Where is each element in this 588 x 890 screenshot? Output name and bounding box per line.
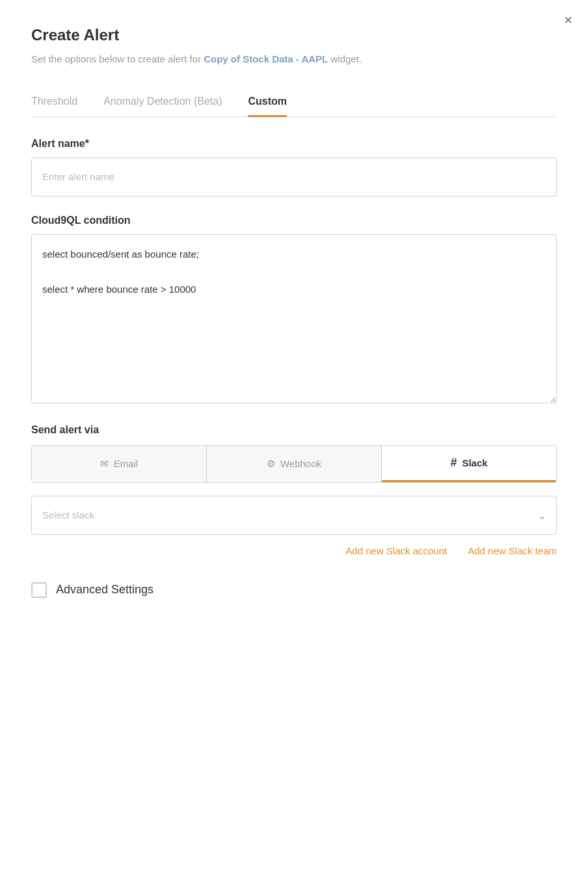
modal-title: Create Alert [31,26,557,44]
modal-subtitle: Set the options below to create alert fo… [31,52,557,67]
webhook-button[interactable]: ⚙ Webhook [207,446,382,482]
email-button-label: Email [114,458,139,469]
advanced-settings-label: Advanced Settings [56,583,154,597]
alert-name-input[interactable] [31,157,557,196]
condition-label: Cloud9QL condition [31,215,557,226]
advanced-settings-checkbox[interactable] [31,582,47,598]
add-slack-account-button[interactable]: Add new Slack account [345,545,447,556]
select-slack-wrapper: Select slack ⌄ [31,496,557,535]
webhook-button-label: Webhook [280,458,321,469]
close-button[interactable]: × [564,13,572,27]
slack-button[interactable]: # Slack [382,446,556,482]
slack-button-label: Slack [462,457,487,468]
advanced-settings-section: Advanced Settings [31,582,557,598]
send-via-section: Send alert via ✉ Email ⚙ Webhook # Slack [31,424,557,483]
slack-links-container: Add new Slack account Add new Slack team [31,545,557,556]
tab-anomaly[interactable]: Anomaly Detection (Beta) [103,88,222,117]
tab-threshold[interactable]: Threshold [31,88,77,117]
tab-custom[interactable]: Custom [248,88,287,117]
slack-icon: # [450,456,457,470]
email-icon: ✉ [100,458,109,470]
alert-name-label: Alert name* [31,138,557,150]
condition-field: Cloud9QL condition select bounced/sent a… [31,215,557,424]
add-slack-team-button[interactable]: Add new Slack team [468,545,557,556]
alert-name-field: Alert name* [31,138,557,215]
email-button[interactable]: ✉ Email [32,446,207,482]
send-via-buttons-group: ✉ Email ⚙ Webhook # Slack [31,445,557,483]
select-slack-dropdown[interactable]: Select slack [31,496,557,535]
create-alert-modal: × Create Alert Set the options below to … [0,0,588,890]
send-via-label: Send alert via [31,424,557,436]
condition-textarea[interactable]: select bounced/sent as bounce rate; sele… [31,234,557,403]
tabs-container: Threshold Anomaly Detection (Beta) Custo… [31,88,557,117]
webhook-icon: ⚙ [267,458,275,470]
